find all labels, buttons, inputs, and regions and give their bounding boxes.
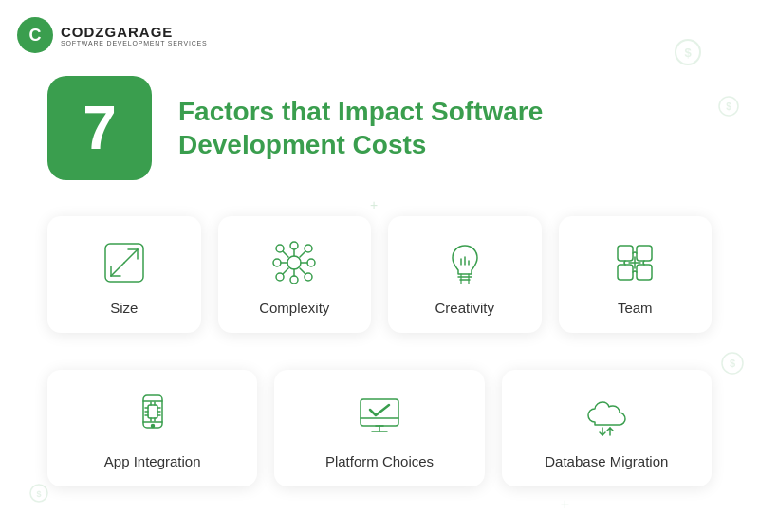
card-platform-choices: Platform Choices [274,370,484,486]
svg-point-6 [722,353,743,374]
svg-line-13 [111,263,124,276]
logo-sub: Software Development Services [61,40,208,46]
svg-text:$: $ [726,101,731,112]
logo-icon: C [17,17,53,53]
svg-line-30 [283,251,288,257]
card-team: Team [559,216,713,333]
number-box: 7 [47,76,152,180]
svg-point-17 [287,256,301,269]
cards-row-1: Size Compl [47,216,712,333]
svg-line-16 [124,249,138,263]
card-complexity: Complexity [218,216,372,333]
svg-rect-39 [618,246,633,261]
svg-text:$: $ [36,489,41,499]
size-icon [99,237,150,288]
card-creativity-label: Creativity [435,300,494,316]
svg-text:C: C [29,26,42,45]
card-team-label: Team [618,300,653,316]
logo: C CODZGARAGE Software Development Servic… [17,17,208,53]
svg-point-18 [290,242,298,249]
header-section: 7 Factors that Impact Software Developme… [47,76,615,180]
header-number: 7 [83,98,117,158]
card-size-label: Size [110,300,138,316]
app-integration-icon [127,391,178,442]
svg-point-4 [719,97,738,116]
logo-brand: CODZGARAGE [61,24,208,40]
team-icon [609,237,660,288]
svg-point-8 [30,485,47,502]
svg-rect-40 [637,246,652,261]
svg-point-48 [151,425,154,428]
svg-rect-41 [618,265,633,280]
database-migration-icon [581,391,632,442]
svg-text:$: $ [730,358,735,369]
card-app-integration-label: App Integration [104,453,201,469]
svg-point-2 [676,40,700,64]
deco-plus-2: + [370,197,378,212]
deco-plus-3: + [561,496,569,513]
deco-coin-2: $ [717,95,740,118]
cards-row-2: App Integration Platform Choices [47,370,712,486]
card-app-integration: App Integration [47,370,257,486]
deco-coin-3: $ [720,351,745,376]
svg-line-32 [283,268,288,274]
card-size: Size [47,216,201,333]
platform-choices-icon [354,391,405,442]
card-database-migration-label: Database Migration [545,453,668,469]
svg-point-20 [273,259,281,266]
svg-rect-49 [148,405,157,418]
svg-point-19 [290,276,298,284]
deco-coin-1: $ [674,38,702,66]
card-platform-choices-label: Platform Choices [325,453,434,469]
svg-text:$: $ [684,46,692,60]
creativity-icon [439,237,491,288]
card-database-migration: Database Migration [502,370,712,486]
header-title: Factors that Impact Software Development… [178,95,615,161]
card-complexity-label: Complexity [259,300,329,316]
svg-rect-42 [637,265,652,280]
deco-coin-4: $ [28,483,49,504]
svg-point-21 [307,259,315,266]
card-creativity: Creativity [388,216,542,333]
svg-line-33 [300,268,305,274]
complexity-icon [268,237,320,288]
svg-line-31 [300,251,305,257]
